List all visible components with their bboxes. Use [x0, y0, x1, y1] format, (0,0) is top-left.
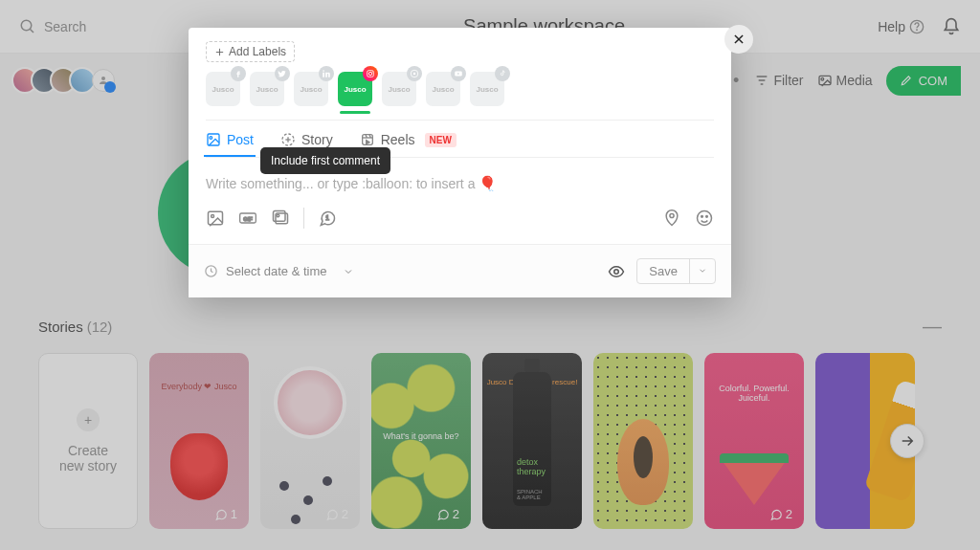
close-icon	[732, 33, 746, 46]
svg-point-15	[323, 70, 324, 72]
account-instagram[interactable]: Jusco	[338, 72, 372, 106]
svg-point-41	[702, 216, 703, 218]
account-tiktok[interactable]: Jusco	[470, 72, 504, 106]
image-tool-icon[interactable]	[206, 209, 225, 228]
svg-point-17	[368, 72, 371, 75]
account-pinterest[interactable]: Jusco	[382, 72, 416, 106]
reels-icon	[360, 132, 375, 147]
account-facebook[interactable]: Jusco	[206, 72, 240, 106]
compose-placeholder: Write something... or type :balloon: to …	[206, 175, 714, 192]
svg-rect-31	[209, 211, 223, 224]
gallery-tool-icon[interactable]	[271, 209, 290, 228]
gif-tool-icon[interactable]: GIF	[238, 209, 257, 228]
accounts-row: Jusco Jusco Jusco Jusco Jusco Jusco Jusc…	[189, 62, 731, 120]
first-comment-tool-icon[interactable]: 1	[318, 209, 337, 228]
tooltip: Include first comment	[260, 147, 390, 174]
svg-rect-14	[323, 73, 324, 77]
chevron-down-icon[interactable]	[343, 266, 354, 277]
facebook-icon	[231, 66, 246, 81]
compose-tools: GIF 1	[189, 204, 731, 244]
tiktok-icon	[495, 66, 510, 81]
close-button[interactable]	[724, 25, 753, 54]
account-linkedin[interactable]: Jusco	[294, 72, 328, 106]
account-youtube[interactable]: Jusco	[426, 72, 460, 106]
svg-point-40	[698, 211, 712, 226]
compose-modal: Add Labels Jusco Jusco Jusco Jusco Jusco…	[189, 28, 731, 297]
svg-rect-22	[208, 134, 219, 145]
save-button-group: Save	[636, 258, 716, 284]
preview-icon[interactable]	[608, 263, 625, 280]
tab-post[interactable]: Post	[206, 132, 254, 157]
save-button[interactable]: Save	[637, 259, 689, 283]
clock-icon	[204, 264, 218, 278]
emoji-tool-icon[interactable]	[695, 209, 714, 228]
modal-footer: Select date & time Save	[189, 244, 731, 297]
balloon-icon: 🎈	[479, 175, 497, 192]
account-twitter[interactable]: Jusco	[250, 72, 284, 106]
pinterest-icon	[407, 66, 422, 81]
location-tool-icon[interactable]	[662, 209, 681, 228]
twitter-icon	[275, 66, 290, 81]
svg-point-42	[706, 216, 708, 218]
story-icon	[280, 132, 296, 147]
svg-point-39	[670, 213, 674, 217]
divider	[303, 208, 304, 229]
svg-point-23	[210, 137, 212, 140]
svg-text:1: 1	[325, 214, 329, 221]
new-badge: NEW	[425, 133, 457, 147]
linkedin-icon	[319, 66, 334, 81]
compose-area[interactable]: Include first comment Write something...…	[189, 158, 731, 204]
post-icon	[206, 132, 221, 147]
svg-point-32	[212, 214, 214, 217]
svg-point-44	[614, 269, 619, 274]
chevron-down-icon	[698, 266, 707, 275]
svg-point-18	[372, 71, 373, 72]
select-date-button[interactable]: Select date & time	[226, 264, 327, 278]
instagram-icon	[363, 66, 378, 81]
plus-icon	[214, 47, 225, 57]
youtube-icon	[451, 66, 466, 81]
save-dropdown[interactable]	[689, 259, 715, 283]
svg-text:GIF: GIF	[243, 216, 253, 222]
svg-point-37	[277, 214, 279, 217]
add-labels-button[interactable]: Add Labels	[206, 41, 295, 62]
svg-point-20	[413, 73, 416, 76]
